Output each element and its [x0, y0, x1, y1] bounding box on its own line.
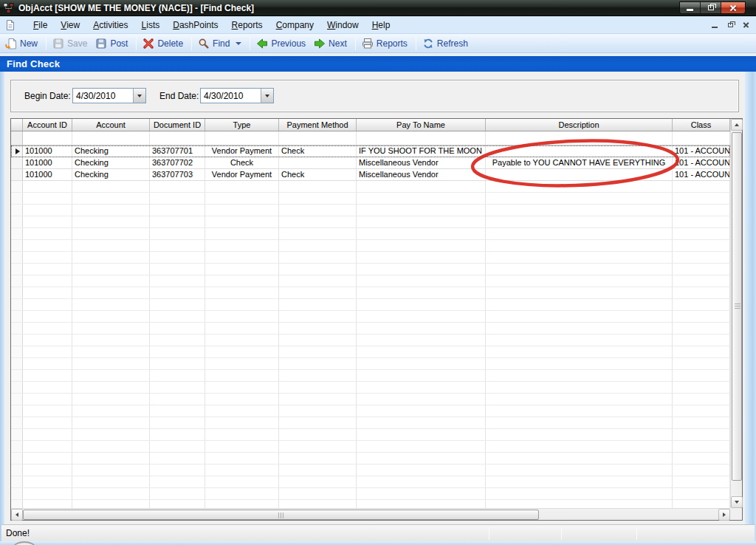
toolbar-delete-button[interactable]: Delete — [140, 35, 188, 52]
cell-type[interactable]: Vendor Payment — [205, 145, 279, 157]
table-row[interactable]: 101000Checking363707702CheckMiscellaneou… — [11, 157, 730, 169]
empty-cell — [357, 453, 486, 464]
minimize-button[interactable] — [680, 2, 701, 13]
toolbar-new-button[interactable]: New — [2, 35, 43, 52]
empty-cell — [673, 465, 730, 476]
cell-document-id[interactable]: 363707701 — [150, 145, 205, 157]
toolbar-next-button[interactable]: Next — [311, 35, 352, 52]
empty-row — [11, 429, 730, 441]
restore-button[interactable] — [701, 2, 721, 13]
column-header-class[interactable]: Class — [673, 119, 730, 131]
cell-payment-method[interactable]: Check — [279, 145, 357, 157]
row-selector[interactable] — [11, 169, 23, 180]
cell-pay-to-name[interactable]: Miscellaneous Vendor — [357, 157, 486, 168]
vertical-scrollbar[interactable] — [730, 119, 742, 508]
column-header-type[interactable]: Type — [205, 119, 279, 131]
cell-description[interactable]: Payable to YOU CANNOT HAVE EVERYTHING — [486, 157, 673, 168]
toolbar-save-button[interactable]: Save — [49, 35, 92, 52]
toolbar-post-button[interactable]: Post — [92, 35, 133, 52]
begin-date-combobox[interactable]: 4/30/2010 — [72, 88, 146, 103]
empty-cell — [486, 252, 673, 263]
triangle-right-icon — [723, 513, 726, 517]
menu-lists[interactable]: Lists — [135, 18, 167, 32]
horizontal-scrollbar-thumb[interactable] — [23, 510, 539, 520]
column-header-account[interactable]: Account — [72, 119, 150, 131]
end-date-combobox[interactable]: 4/30/2010 — [200, 88, 274, 103]
empty-cell — [673, 193, 730, 204]
empty-cell — [72, 405, 150, 417]
empty-row — [11, 441, 730, 453]
cell-account-id[interactable]: 101000 — [23, 145, 72, 157]
triangle-down-icon — [735, 501, 739, 504]
row-selector[interactable] — [11, 157, 23, 168]
scroll-down-button[interactable] — [731, 496, 743, 508]
vertical-scrollbar-thumb[interactable] — [732, 132, 742, 481]
toolbar-refresh-button[interactable]: Refresh — [419, 35, 473, 52]
toolbar-separator — [136, 37, 137, 50]
empty-cell — [279, 275, 357, 287]
table-row[interactable]: 101000Checking363707701Vendor PaymentChe… — [11, 145, 730, 157]
cell-type[interactable]: Vendor Payment — [205, 169, 279, 180]
toolbar-save-label: Save — [67, 38, 87, 49]
column-header-payment-method[interactable]: Payment Method — [279, 119, 357, 131]
cell-description[interactable] — [486, 169, 673, 180]
column-header-account-id[interactable]: Account ID — [23, 119, 72, 131]
mdi-minimize-button[interactable] — [710, 21, 719, 30]
toolbar-reports-button[interactable]: Reports — [359, 35, 413, 52]
end-date-dropdown-button[interactable] — [261, 89, 273, 103]
toolbar-find-button[interactable]: Find — [195, 35, 247, 52]
cell-account[interactable]: Checking — [72, 169, 150, 180]
empty-cell — [205, 181, 279, 192]
column-header-description[interactable]: Description — [486, 119, 673, 131]
menu-reports[interactable]: Reports — [225, 18, 269, 32]
printer-icon — [362, 38, 374, 49]
cell-payment-method[interactable] — [279, 157, 357, 168]
cell-pay-to-name[interactable]: IF YOU SHOOT FOR THE MOON — [357, 145, 486, 157]
empty-cell — [23, 405, 72, 417]
cell-document-id[interactable]: 363707703 — [150, 169, 205, 180]
table-row[interactable]: 101000Checking363707703Vendor PaymentChe… — [11, 169, 730, 181]
cell-document-id[interactable]: 363707702 — [150, 157, 205, 168]
cell-account[interactable]: Checking — [72, 145, 150, 157]
empty-cell — [72, 500, 150, 508]
menu-company[interactable]: Company — [269, 18, 320, 32]
cell-description[interactable] — [486, 145, 673, 157]
scroll-up-button[interactable] — [731, 119, 743, 131]
empty-cell — [279, 429, 357, 440]
cell-account-id[interactable]: 101000 — [23, 169, 72, 180]
empty-cell — [72, 264, 150, 275]
horizontal-scrollbar[interactable] — [11, 508, 730, 520]
mdi-restore-button[interactable] — [726, 21, 735, 30]
cell-pay-to-name[interactable]: Miscellaneous Vendor — [357, 169, 486, 180]
menu-view[interactable]: View — [54, 18, 86, 32]
menubar: FileViewActivitiesListsDashPointsReports… — [0, 16, 756, 34]
blank-cell — [279, 131, 357, 145]
begin-date-dropdown-button[interactable] — [133, 89, 145, 103]
cell-payment-method[interactable]: Check — [279, 169, 357, 180]
mdi-close-button[interactable] — [741, 21, 750, 30]
empty-cell — [673, 417, 730, 428]
empty-cell — [357, 323, 486, 334]
close-button[interactable] — [721, 2, 745, 13]
cell-class[interactable]: 101 - ACCOUN — [673, 145, 730, 157]
column-header-pay-to-name[interactable]: Pay To Name — [357, 119, 486, 131]
cell-account-id[interactable]: 101000 — [23, 157, 72, 168]
menu-activities[interactable]: Activities — [86, 18, 134, 32]
cell-class[interactable]: 101 - ACCOUN — [673, 157, 730, 168]
scroll-right-button[interactable] — [718, 509, 730, 521]
column-header-document-id[interactable]: Document ID — [150, 119, 205, 131]
find-dropdown-arrow[interactable] — [236, 42, 241, 45]
menu-file[interactable]: File — [27, 18, 54, 32]
empty-cell — [357, 465, 486, 476]
scroll-left-button[interactable] — [11, 509, 23, 521]
row-selector[interactable] — [11, 145, 23, 157]
cell-account[interactable]: Checking — [72, 157, 150, 168]
cell-type[interactable]: Check — [205, 157, 279, 168]
toolbar-previous-button[interactable]: Previous — [253, 35, 311, 52]
cell-class[interactable]: 101 - ACCOUN — [673, 169, 730, 180]
menu-dashpoints[interactable]: DashPoints — [166, 18, 224, 32]
empty-cell — [279, 252, 357, 263]
menu-window[interactable]: Window — [320, 18, 365, 32]
menu-help[interactable]: Help — [365, 18, 397, 32]
row-selector — [11, 216, 23, 227]
